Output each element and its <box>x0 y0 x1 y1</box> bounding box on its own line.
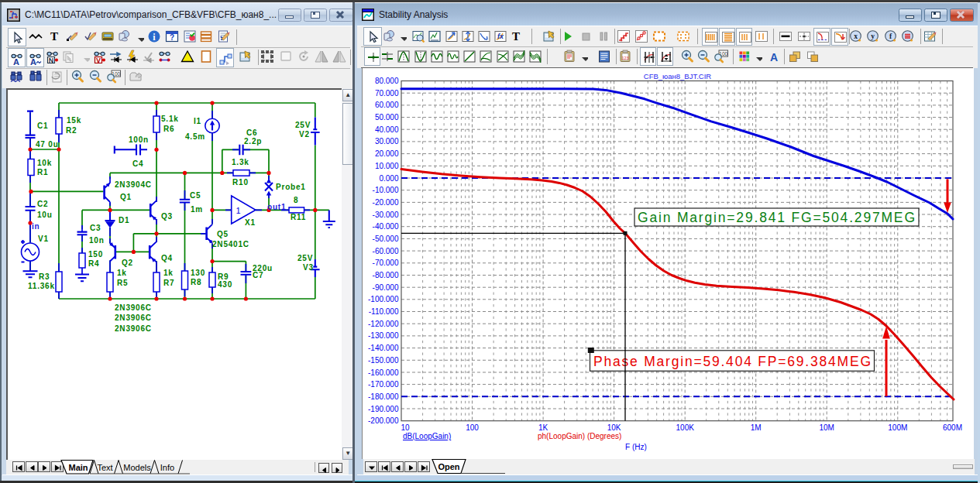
svg-text:-80.000: -80.000 <box>373 271 399 279</box>
svg-text:-120.000: -120.000 <box>368 320 399 328</box>
svg-text:0.000: 0.000 <box>379 174 398 183</box>
svg-text:20.000: 20.000 <box>375 149 399 158</box>
svg-text:10K: 10K <box>607 423 621 432</box>
svg-text:10M: 10M <box>819 423 834 432</box>
svg-text:-90.000: -90.000 <box>373 283 399 292</box>
svg-text:10: 10 <box>401 423 410 432</box>
svg-text:600M: 600M <box>943 423 962 432</box>
svg-text:100: 100 <box>466 423 479 432</box>
svg-text:70.000: 70.000 <box>375 89 399 98</box>
svg-text:dB(LoopGain): dB(LoopGain) <box>403 432 451 440</box>
svg-text:CFB_юан8_BJT.CIR: CFB_юан8_BJT.CIR <box>644 72 711 80</box>
svg-text:-30.000: -30.000 <box>373 211 399 219</box>
svg-text:ph(LoopGain) (Degrees): ph(LoopGain) (Degrees) <box>538 432 621 440</box>
svg-text:30.000: 30.000 <box>375 137 399 146</box>
svg-text:-140.000: -140.000 <box>368 344 399 352</box>
svg-text:100M: 100M <box>888 423 907 432</box>
svg-text:10.000: 10.000 <box>375 162 399 170</box>
svg-text:100K: 100K <box>676 423 695 432</box>
svg-text:-200.000: -200.000 <box>368 416 399 425</box>
svg-text:-130.000: -130.000 <box>368 331 399 340</box>
svg-text:80.000: 80.000 <box>375 77 399 85</box>
svg-text:-40.000: -40.000 <box>373 222 399 231</box>
svg-text:-20.000: -20.000 <box>373 198 399 207</box>
svg-text:-100.000: -100.000 <box>368 295 399 303</box>
svg-text:60.000: 60.000 <box>375 101 399 109</box>
svg-text:Phase Margin=59.404 FP=69.384M: Phase Margin=59.404 FP=69.384MEG <box>593 354 871 369</box>
svg-text:-110.000: -110.000 <box>369 307 399 316</box>
svg-text:-190.000: -190.000 <box>368 405 399 413</box>
svg-text:-150.000: -150.000 <box>368 356 399 365</box>
svg-text:50.000: 50.000 <box>375 113 399 122</box>
svg-text:1K: 1K <box>538 423 548 432</box>
svg-text:F (Hz): F (Hz) <box>625 443 647 451</box>
svg-text:-60.000: -60.000 <box>373 247 399 255</box>
svg-text:40.000: 40.000 <box>375 125 399 134</box>
svg-text:-70.000: -70.000 <box>373 259 399 267</box>
svg-text:-160.000: -160.000 <box>368 368 399 377</box>
svg-text:1M: 1M <box>751 423 762 432</box>
svg-text:-50.000: -50.000 <box>373 235 399 243</box>
svg-text:-170.000: -170.000 <box>368 380 399 389</box>
svg-text:-180.000: -180.000 <box>368 392 399 401</box>
svg-text:-10.000: -10.000 <box>373 186 399 194</box>
